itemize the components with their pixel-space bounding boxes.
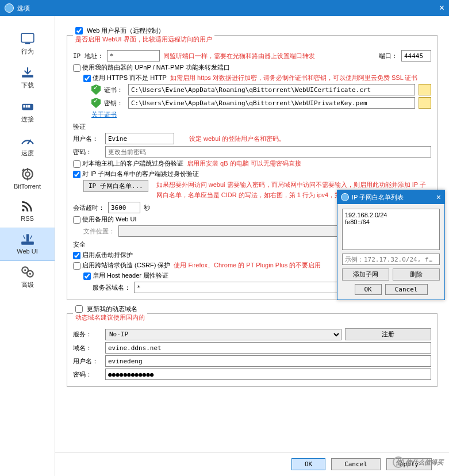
svg-point-21 [29, 273, 30, 275]
subnet-input[interactable] [342, 254, 440, 265]
clickjack-label: 启用点击劫持保护 [82, 251, 133, 258]
register-button[interactable]: 注册 [345, 328, 431, 340]
cert-input[interactable] [128, 84, 415, 95]
auth-header: 验证 [73, 122, 431, 131]
https-label: 使用 HTTPS 而不是 HTTP [93, 74, 167, 81]
svg-rect-4 [23, 105, 25, 108]
sidebar-item-connection[interactable]: 连接 [0, 95, 55, 129]
port-input[interactable] [401, 50, 431, 62]
cert-label: 证书： [104, 86, 125, 94]
apply-button[interactable]: Apply [386, 458, 432, 470]
alt-webui-label: 使用备用的 Web UI [82, 216, 137, 222]
sidebar-item-advanced[interactable]: 高级 [0, 261, 55, 295]
shield-icon [91, 85, 101, 95]
delete-subnet-button[interactable]: 删除 [393, 268, 440, 281]
sidebar-item-bittorrent[interactable]: BitTorrent [0, 163, 55, 195]
shield-icon [91, 98, 101, 108]
dialog-close-button[interactable]: × [436, 193, 441, 202]
sidebar: 行为 下载 连接 速度 BitTorrent RSS Web UI 高级 [0, 16, 55, 476]
key-browse-button[interactable] [419, 97, 431, 109]
titlebar: 选项 × [0, 0, 449, 16]
ip-note: 同监听端口一样，需要在光猫和路由器上设置端口转发 [163, 52, 315, 60]
subnet-dialog: IP 子网白名单列表 × 192.168.2.0/24 fe80::/64 添加… [337, 190, 445, 300]
bottom-bar: OK Cancel Apply [55, 452, 449, 476]
svg-rect-11 [26, 177, 28, 180]
enable-webui-checkbox[interactable] [75, 27, 83, 34]
add-subnet-button[interactable]: 添加子网 [342, 268, 389, 281]
svg-rect-15 [26, 234, 28, 241]
https-checkbox[interactable] [83, 75, 91, 82]
webui-legend-note: 是否启用 WebUI 界面，比较适用远程访问的用户 [75, 36, 212, 43]
password-input[interactable] [105, 146, 431, 158]
svg-point-13 [22, 209, 24, 211]
cert-browse-button[interactable] [419, 84, 431, 95]
bypass-local-checkbox[interactable] [73, 160, 80, 168]
bypass-local-note: 启用用安装 qB 的电脑 可以无需密码直接 [187, 159, 301, 168]
domain-input[interactable] [105, 342, 431, 354]
username-note: 设定 webui 的登陆用户名和密码。 [189, 135, 285, 143]
svg-rect-6 [28, 105, 30, 108]
dd-user-label: 用户名： [73, 357, 102, 366]
https-note: 如需启用 https 对数据进行加密，请务必制作证书和密钥，可以使用阿里云免费 … [170, 74, 417, 82]
dyndns-checkbox[interactable] [75, 305, 83, 313]
sidebar-item-rss[interactable]: RSS [0, 195, 55, 228]
service-select[interactable]: No-IP [105, 329, 341, 340]
webui-legend-label: Web 用户界面（远程控制） [87, 26, 164, 35]
svg-point-9 [25, 172, 30, 176]
upnp-label: 使用我的路由器的 UPnP / NAT-PMP 功能来转发端口 [82, 64, 230, 71]
ip-input[interactable] [107, 50, 160, 62]
domain-label: 域名： [73, 344, 102, 352]
svg-rect-0 [21, 33, 34, 42]
list-item[interactable]: 192.168.2.0/24 [345, 212, 437, 218]
about-cert-link[interactable]: 关于证书 [91, 110, 117, 119]
dyndns-note: 动态域名建议使用国内的 [75, 314, 145, 321]
app-icon [5, 3, 14, 13]
dyndns-fieldset: 更新我的动态域名 动态域名建议使用国内的 服务： No-IP 注册 域名： 用户… [67, 305, 438, 387]
svg-rect-5 [25, 105, 27, 108]
dd-pass-label: 密码： [73, 370, 102, 379]
bypass-local-label: 对本地主机上的客户端跳过身份验证 [82, 160, 183, 167]
ip-label: IP 地址： [73, 52, 103, 60]
subnet-list[interactable]: 192.168.2.0/24 fe80::/64 [342, 209, 440, 250]
sidebar-item-webui[interactable]: Web UI [0, 228, 55, 261]
csrf-label: 启用跨站请求伪造 (CSRF) 保护 [82, 262, 170, 268]
dd-pass-input[interactable] [105, 368, 431, 380]
dd-user-input[interactable] [105, 355, 431, 367]
clickjack-checkbox[interactable] [73, 252, 80, 259]
csrf-checkbox[interactable] [73, 262, 80, 270]
ok-button[interactable]: OK [291, 458, 325, 470]
subnet-whitelist-button[interactable]: IP 子网白名单... [83, 180, 148, 192]
session-label: 会话超时： [73, 204, 105, 212]
dialog-ok-button[interactable]: OK [355, 284, 382, 295]
app-icon [341, 193, 349, 201]
cancel-button[interactable]: Cancel [331, 458, 381, 470]
alt-webui-checkbox[interactable] [73, 216, 80, 224]
port-label: 端口： [379, 52, 398, 60]
window-title: 选项 [17, 4, 30, 13]
sidebar-item-behavior[interactable]: 行为 [0, 28, 55, 62]
bypass-subnet-checkbox[interactable] [73, 171, 80, 178]
sidebar-item-speed[interactable]: 速度 [0, 129, 55, 163]
session-unit: 秒 [144, 204, 150, 212]
host-header-label: 启用 Host header 属性验证 [93, 272, 168, 279]
svg-line-17 [30, 236, 32, 240]
window-close-button[interactable]: × [439, 3, 444, 13]
key-label: 密钥： [104, 99, 125, 108]
bypass-subnet-label: 对 IP 子网白名单中的客户端跳过身份验证 [82, 170, 199, 177]
username-label: 用户名： [73, 135, 102, 143]
key-input[interactable] [128, 97, 415, 109]
upnp-checkbox[interactable] [73, 64, 80, 72]
svg-line-16 [23, 236, 25, 240]
dialog-titlebar: IP 子网白名单列表 × [337, 190, 444, 204]
service-label: 服务： [73, 330, 102, 339]
host-header-checkbox[interactable] [83, 272, 91, 280]
session-timeout-input[interactable] [108, 202, 140, 213]
server-domain-label: 服务器域名： [93, 283, 131, 292]
sidebar-item-downloads[interactable]: 下载 [0, 62, 55, 95]
dialog-cancel-button[interactable]: Cancel [385, 284, 428, 295]
list-item[interactable]: fe80::/64 [345, 218, 437, 225]
username-input[interactable] [105, 133, 174, 144]
file-location-label: 文件位置： [83, 227, 115, 236]
password-label: 密码： [73, 148, 102, 156]
svg-point-20 [24, 269, 26, 271]
